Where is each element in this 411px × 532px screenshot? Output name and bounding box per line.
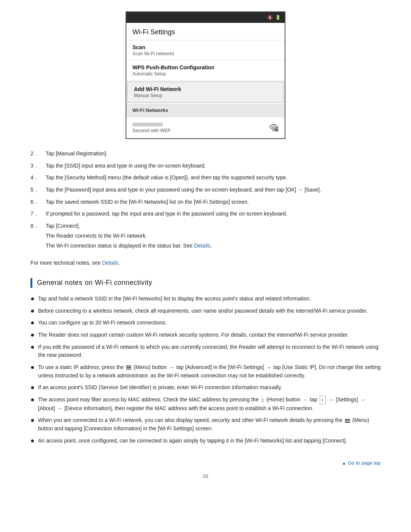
instruction-6-num: 6． <box>30 198 46 206</box>
bullet-dot-3: ● <box>30 319 38 327</box>
mute-icon: 🔇 <box>267 15 273 20</box>
svg-point-0 <box>273 130 274 131</box>
instruction-2: 2． Tap [Manual Registration]. <box>30 150 381 158</box>
instruction-7: 7． If prompted for a password, tap the i… <box>30 210 381 218</box>
bullet-content-3: You can configure up to 20 Wi-Fi network… <box>38 319 381 327</box>
bullet-content-6: To use a static IP address, press the (M… <box>38 363 381 380</box>
instruction-5-num: 5． <box>30 186 46 194</box>
arrow-box-icon: › <box>320 396 326 404</box>
go-to-top-text: Go to page top <box>348 460 381 466</box>
arrow-icon-5: → <box>360 396 365 404</box>
network-name-bar <box>132 123 163 126</box>
menu-icon-inline-2 <box>345 419 350 423</box>
menu-icon-inline-1 <box>126 366 131 369</box>
screenshot-wifi-networks-header: Wi-Fi Networks <box>126 104 285 117</box>
arrow-icon-1: → <box>169 364 174 371</box>
bullet-dot-9: ● <box>30 416 38 425</box>
instruction-8-subline-2: The Wi-Fi connection status is displayed… <box>46 242 381 250</box>
section-heading: General notes on Wi-Fi connectivity <box>30 278 381 288</box>
instruction-4-num: 4． <box>30 174 46 182</box>
battery-icon: 🔋 <box>275 15 281 20</box>
details-link-2[interactable]: Details <box>102 260 118 266</box>
bullet-9: ● When you are connected to a Wi-Fi netw… <box>30 416 381 433</box>
bullet-dot-7: ● <box>30 383 38 392</box>
bullet-content-5: If you edit the password of a Wi-Fi netw… <box>38 343 381 359</box>
scan-item-sub: Scan Wi-Fi networks <box>132 51 279 56</box>
page-footer: ▲ Go to page top <box>30 456 381 466</box>
section-heading-bar <box>30 278 32 288</box>
arrow-icon-6: → <box>57 405 62 412</box>
bullet-content-4: The Reader does not support certain cust… <box>38 331 381 339</box>
bullet-5: ● If you edit the password of a Wi-Fi ne… <box>30 343 381 359</box>
instruction-3: 3． Tap the [SSID] input area and type in… <box>30 162 381 170</box>
screenshot-wps-item: WPS Push-Button Configuration Automatic … <box>126 61 285 81</box>
network-secured-text: Secured with WEP <box>132 128 170 133</box>
screenshot-add-wifi-item: Add Wi-Fi Network Manual Setup <box>127 81 284 103</box>
screenshot-scan-item: Scan Scan Wi-Fi networks <box>126 40 285 61</box>
instructions-list: 2． Tap [Manual Registration]. 3． Tap the… <box>30 150 381 250</box>
wifi-locked-icon <box>266 121 279 134</box>
bullet-dot-1: ● <box>30 295 38 303</box>
bullet-dot-6: ● <box>30 363 38 372</box>
instruction-3-num: 3． <box>30 162 46 170</box>
instruction-4: 4． Tap the [Security Method] menu (the d… <box>30 174 381 182</box>
add-wifi-item-title: Add Wi-Fi Network <box>134 86 277 92</box>
bullet-content-10: An access point, once configured, can be… <box>38 437 381 445</box>
screenshot-network-row: Secured with WEP <box>126 117 285 138</box>
bullet-dot-5: ● <box>30 343 38 351</box>
bullet-6: ● To use a static IP address, press the … <box>30 363 381 380</box>
bullet-dot-8: ● <box>30 396 38 404</box>
wps-item-title: WPS Push-Button Configuration <box>132 64 279 70</box>
bullet-dot-4: ● <box>30 331 38 339</box>
bullet-dot-10: ● <box>30 437 38 445</box>
wps-item-sub: Automatic Setup <box>132 71 279 77</box>
bullet-content-7: If an access point's SSID (Service Set I… <box>38 383 381 392</box>
bullet-content-9: When you are connected to a Wi-Fi networ… <box>38 416 381 433</box>
bullet-4: ● The Reader does not support certain cu… <box>30 331 381 339</box>
instruction-7-num: 7． <box>30 210 46 218</box>
bullet-content-8: The access point may filter access by MA… <box>38 396 381 412</box>
bullet-3: ● You can configure up to 20 Wi-Fi netwo… <box>30 319 381 327</box>
bullet-list: ● Tap and hold a network SSID in the [Wi… <box>30 295 381 445</box>
instruction-4-content: Tap the [Security Method] menu (the defa… <box>46 174 381 182</box>
arrow-icon-2: → <box>266 364 271 371</box>
bullet-10: ● An access point, once configured, can … <box>30 437 381 445</box>
section-heading-text: General notes on Wi-Fi connectivity <box>37 279 152 287</box>
screenshot-statusbar: 🔇 🔋 <box>126 12 285 23</box>
arrow-icon-3: → <box>303 396 307 404</box>
instruction-5-content: Tap the [Password] input area and type i… <box>46 186 381 194</box>
bullet-content-2: Before connecting to a wireless network,… <box>38 307 381 315</box>
add-wifi-item-sub: Manual Setup <box>134 93 277 98</box>
instruction-7-content: If prompted for a password, tap the inpu… <box>46 210 381 218</box>
instruction-8-subline-1: The Reader connects to the Wi-Fi network… <box>46 232 381 240</box>
instruction-8-num: 8． <box>30 222 46 230</box>
instruction-6: 6． Tap the saved network SSID in the [Wi… <box>30 198 381 206</box>
page-content: 🔇 🔋 Wi-Fi Settings Scan Scan Wi-Fi netwo… <box>30 11 381 479</box>
bullet-7: ● If an access point's SSID (Service Set… <box>30 383 381 392</box>
device-screenshot: 🔇 🔋 Wi-Fi Settings Scan Scan Wi-Fi netwo… <box>126 11 285 139</box>
page-number: 26 <box>30 473 381 479</box>
arrow-icon-4: → <box>328 396 333 404</box>
instruction-8: 8． Tap [Connect]. The Reader connects to… <box>30 222 381 250</box>
go-to-top-link[interactable]: ▲ Go to page top <box>342 460 381 466</box>
details-link-1[interactable]: Details <box>194 243 210 249</box>
instruction-2-content: Tap [Manual Registration]. <box>46 150 381 158</box>
home-icon-inline: ⌂ <box>261 396 264 404</box>
instruction-3-content: Tap the [SSID] input area and type in us… <box>46 162 381 170</box>
network-info: Secured with WEP <box>132 123 170 133</box>
scan-item-title: Scan <box>132 44 279 50</box>
bullet-content-1: Tap and hold a network SSID in the [Wi-F… <box>38 295 381 303</box>
screenshot-container: 🔇 🔋 Wi-Fi Settings Scan Scan Wi-Fi netwo… <box>30 11 381 139</box>
bullet-dot-2: ● <box>30 307 38 315</box>
instruction-2-num: 2． <box>30 150 46 158</box>
instruction-6-content: Tap the saved network SSID in the [Wi-Fi… <box>46 198 381 206</box>
bullet-1: ● Tap and hold a network SSID in the [Wi… <box>30 295 381 303</box>
bullet-8: ● The access point may filter access by … <box>30 396 381 412</box>
go-to-top-triangle: ▲ <box>342 460 346 466</box>
svg-point-2 <box>276 130 277 131</box>
screenshot-title: Wi-Fi Settings <box>126 23 285 40</box>
instruction-5: 5． Tap the [Password] input area and typ… <box>30 186 381 194</box>
bullet-2: ● Before connecting to a wireless networ… <box>30 307 381 315</box>
for-more-line: For more technical notes, see Details. <box>30 259 381 267</box>
instruction-8-content: Tap [Connect]. The Reader connects to th… <box>46 222 381 250</box>
